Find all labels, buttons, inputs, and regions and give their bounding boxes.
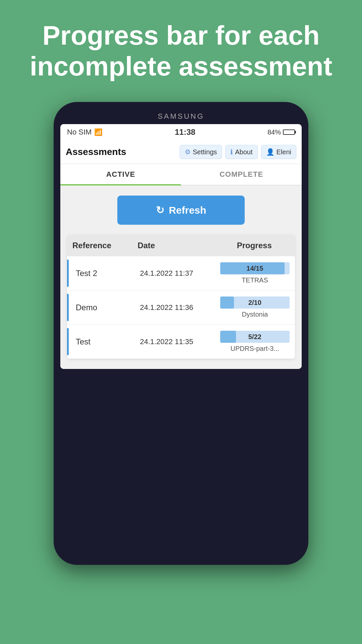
settings-button[interactable]: ⚙ Settings bbox=[180, 145, 222, 159]
status-left: No SIM 📶 bbox=[67, 128, 103, 137]
refresh-button[interactable]: ↻ Refresh bbox=[117, 196, 245, 225]
progress-label: TETRAS bbox=[242, 276, 268, 284]
phone-top-bar: SAMSUNG bbox=[60, 112, 302, 121]
row-reference: Demo bbox=[72, 303, 140, 312]
user-icon: 👤 bbox=[266, 148, 275, 156]
row-progress: 2/10 Dystonia bbox=[220, 297, 290, 318]
status-bar: No SIM 📶 11:38 84% bbox=[60, 124, 302, 140]
tabs-bar: ACTIVE COMPLETE bbox=[60, 164, 302, 185]
battery-area: 84% bbox=[267, 128, 295, 136]
progress-label: UPDRS-part-3... bbox=[231, 345, 280, 353]
table-header: Reference Date Progress bbox=[67, 235, 295, 256]
row-date: 24.1.2022 11:36 bbox=[140, 303, 220, 312]
phone-screen: No SIM 📶 11:38 84% Assessments ⚙ Setting… bbox=[60, 124, 302, 369]
about-button[interactable]: ℹ About bbox=[225, 145, 257, 159]
settings-label: Settings bbox=[193, 148, 217, 156]
tab-complete[interactable]: COMPLETE bbox=[181, 164, 302, 185]
about-label: About bbox=[235, 148, 252, 156]
hero-title: Progress bar for each incomplete assessm… bbox=[0, 0, 362, 95]
progress-label: Dystonia bbox=[242, 311, 268, 318]
assessments-table: Reference Date Progress Test 2 24.1.2022… bbox=[67, 235, 295, 359]
phone-frame: SAMSUNG No SIM 📶 11:38 84% As bbox=[54, 102, 308, 565]
clock: 11:38 bbox=[175, 127, 195, 137]
col-progress-header: Progress bbox=[219, 241, 290, 250]
info-icon: ℹ bbox=[230, 148, 233, 156]
settings-icon: ⚙ bbox=[185, 148, 191, 156]
tab-active[interactable]: ACTIVE bbox=[60, 164, 181, 185]
col-date-header: Date bbox=[137, 241, 219, 250]
table-row[interactable]: Demo 24.1.2022 11:36 2/10 Dystonia bbox=[67, 290, 295, 325]
progress-bar: 14/15 bbox=[220, 262, 290, 274]
progress-value: 14/15 bbox=[246, 265, 263, 272]
row-progress: 14/15 TETRAS bbox=[220, 262, 290, 284]
row-date: 24.1.2022 11:35 bbox=[140, 337, 220, 346]
progress-bar: 2/10 bbox=[220, 297, 290, 309]
battery-icon bbox=[283, 129, 295, 135]
user-button[interactable]: 👤 Eleni bbox=[261, 145, 296, 159]
progress-value: 2/10 bbox=[248, 299, 261, 307]
content-area: ↻ Refresh Reference Date Progress Test 2… bbox=[60, 185, 302, 369]
user-label: Eleni bbox=[277, 148, 291, 156]
app-title: Assessments bbox=[66, 147, 176, 157]
sim-label: No SIM bbox=[67, 128, 92, 137]
row-progress: 5/22 UPDRS-part-3... bbox=[220, 331, 290, 353]
wifi-icon: 📶 bbox=[94, 128, 103, 136]
progress-bar: 5/22 bbox=[220, 331, 290, 343]
table-row[interactable]: Test 2 24.1.2022 11:37 14/15 TETRAS bbox=[67, 256, 295, 290]
table-rows: Test 2 24.1.2022 11:37 14/15 TETRAS Demo… bbox=[67, 256, 295, 359]
refresh-label: Refresh bbox=[169, 205, 206, 216]
samsung-label: SAMSUNG bbox=[158, 112, 204, 121]
battery-pct: 84% bbox=[267, 128, 281, 136]
progress-fill bbox=[220, 331, 236, 343]
progress-value: 5/22 bbox=[248, 333, 261, 341]
row-date: 24.1.2022 11:37 bbox=[140, 269, 220, 278]
app-header: Assessments ⚙ Settings ℹ About 👤 Eleni bbox=[60, 140, 302, 164]
col-reference-header: Reference bbox=[72, 241, 137, 250]
phone-wrapper: SAMSUNG No SIM 📶 11:38 84% As bbox=[0, 102, 362, 565]
row-reference: Test 2 bbox=[72, 269, 140, 278]
table-row[interactable]: Test 24.1.2022 11:35 5/22 UPDRS-part-3..… bbox=[67, 325, 295, 359]
refresh-icon: ↻ bbox=[156, 204, 164, 216]
row-reference: Test bbox=[72, 337, 140, 346]
progress-fill bbox=[220, 297, 234, 309]
